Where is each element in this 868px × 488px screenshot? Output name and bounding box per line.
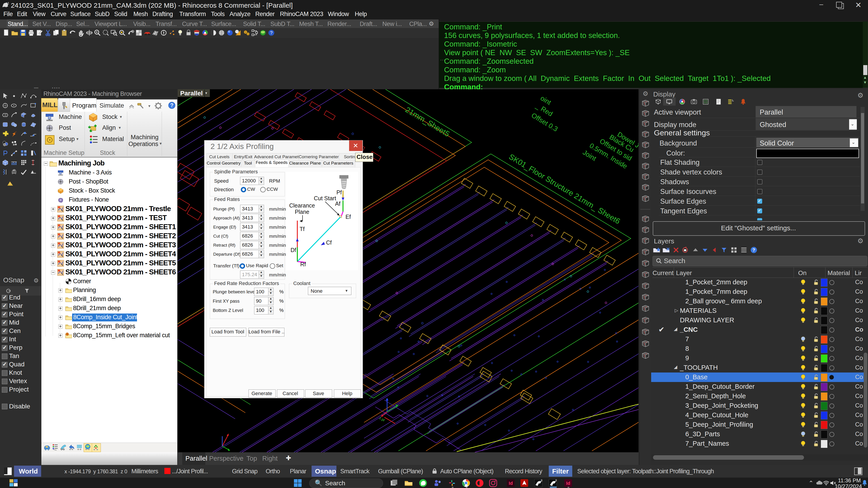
svg-text:8: 8: [8, 2, 9, 4]
svg-text:z.pl: z.pl: [378, 416, 385, 422]
svg-text:?: ?: [170, 102, 174, 108]
svg-text:Id: Id: [509, 481, 513, 486]
svg-text:?: ?: [752, 248, 755, 253]
svg-text:Ef: Ef: [345, 214, 351, 220]
svg-text:Rf: Rf: [300, 261, 306, 267]
svg-text:Cf: Cf: [326, 239, 332, 246]
svg-text:Df: Df: [290, 247, 296, 253]
svg-text:21mm_Sheet5: 21mm_Sheet5: [404, 105, 451, 138]
svg-text:8: 8: [541, 479, 542, 482]
svg-text:Clearance: Clearance: [289, 202, 315, 208]
svg-text:?: ?: [270, 30, 273, 35]
svg-text:8: 8: [555, 479, 557, 482]
svg-text:Id: Id: [566, 481, 570, 486]
svg-text:Offset 0.3: Offset 0.3: [530, 111, 559, 133]
svg-text:Pf: Pf: [336, 189, 342, 196]
svg-text:Tf: Tf: [300, 226, 305, 232]
svg-text:SK01_Floor Structure 21mm_ She: SK01_Floor Structure 21mm_ Sheet6: [507, 152, 622, 226]
svg-text:Af: Af: [335, 200, 341, 207]
svg-text:Plane: Plane: [295, 208, 309, 215]
svg-text:Cut Start: Cut Start: [314, 195, 336, 201]
